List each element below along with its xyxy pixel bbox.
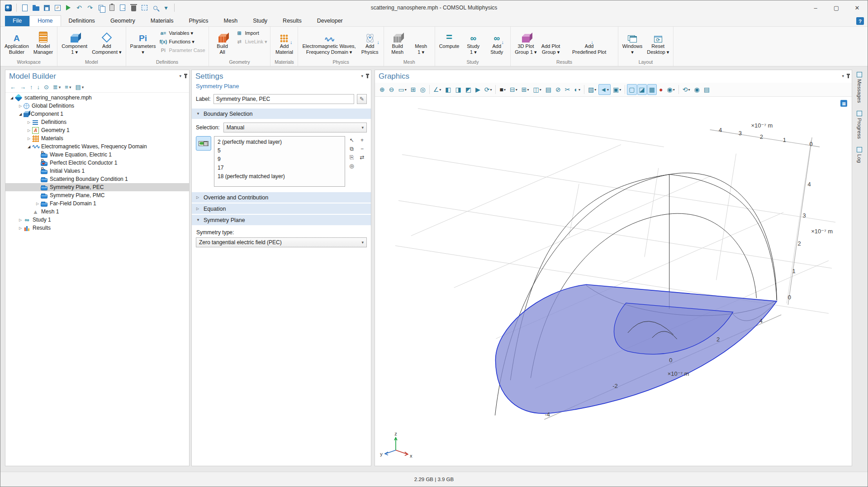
side-tab-log[interactable]: Log — [857, 147, 862, 163]
tree-expander-icon[interactable]: ▷ — [26, 120, 32, 124]
parameters-button[interactable]: PiParameters ▾ — [128, 28, 158, 56]
snapshot-icon[interactable]: ◉ — [692, 84, 701, 95]
split-window-icon[interactable]: ◫▾ — [531, 84, 543, 95]
open-file-icon[interactable] — [32, 4, 40, 12]
movie-icon[interactable]: ▶ — [474, 84, 482, 95]
livelink-button[interactable]: ⇄LiveLink ▾ — [236, 38, 267, 45]
swap-selection-icon[interactable]: ⇄ — [358, 154, 366, 161]
grid-toggle-icon[interactable]: ▦ — [647, 84, 657, 95]
add-physics-button[interactable]: Add Physics — [358, 28, 382, 56]
label-input[interactable]: Symmetry Plane, PEC — [213, 94, 354, 104]
tree-item-electromagnetic-waves-frequency-domain[interactable]: ◢∿∿Electromagnetic Waves, Frequency Doma… — [5, 142, 189, 151]
graphics-scene[interactable]: ▦ — [375, 97, 852, 466]
zoom-box-icon[interactable]: ▭▾ — [396, 84, 408, 95]
add-study-button[interactable]: ∞Add Study — [485, 28, 508, 56]
undo-icon[interactable]: ↶ — [75, 4, 83, 12]
view-faces-icon[interactable]: ◐▾ — [572, 84, 582, 95]
tree-expander-icon[interactable]: ▷ — [18, 104, 23, 108]
redo-icon[interactable]: ↷ — [86, 4, 94, 12]
expand-all-icon[interactable]: ≣▾ — [53, 84, 61, 90]
boundary-selection-list[interactable]: 2 (perfectly matched layer)591718 (perfe… — [214, 136, 345, 187]
maximize-button[interactable]: ▢ — [826, 0, 847, 15]
tree-expander-icon[interactable]: ▷ — [26, 137, 32, 141]
emw-button[interactable]: ∿∿Electromagnetic Waves, Frequency Domai… — [300, 28, 358, 56]
tree-item-mesh-1[interactable]: ▲Mesh 1 — [5, 208, 189, 216]
side-tab-progress[interactable]: Progress — [857, 111, 862, 139]
build-all-button[interactable]: Build All — [211, 28, 234, 56]
go-forward-icon[interactable]: → — [20, 84, 26, 90]
section-equation[interactable]: ▷ Equation — [192, 203, 371, 214]
rotate-icon[interactable]: ⟳▾ — [483, 84, 494, 95]
print-icon[interactable]: ▤ — [702, 84, 711, 95]
section-override[interactable]: ▷ Override and Contribution — [192, 192, 371, 203]
variables-button[interactable]: a=Variables ▾ — [159, 29, 205, 37]
zoom-to-selection-icon[interactable]: ◎ — [348, 162, 356, 170]
create-selection-icon[interactable]: ↖ — [348, 137, 356, 144]
save-as-icon[interactable] — [53, 4, 62, 12]
add-material-button[interactable]: Add Material — [272, 28, 296, 56]
copy-icon[interactable] — [97, 4, 105, 12]
tree-item-far-field-domain-1[interactable]: ▷Far-Field Domain 1 — [5, 199, 189, 208]
selection-list-item[interactable]: 17 — [214, 164, 345, 172]
minimize-button[interactable]: – — [805, 0, 826, 15]
delete-icon[interactable] — [129, 4, 138, 12]
app-logo-icon[interactable] — [4, 4, 12, 12]
build-mesh-button[interactable]: Build Mesh — [386, 28, 409, 56]
zoom-extents-icon[interactable]: ⊞ — [409, 84, 418, 95]
component-button[interactable]: Component 1 ▾ — [59, 28, 90, 56]
active-toggle-button[interactable] — [196, 136, 211, 151]
find-icon[interactable] — [151, 4, 159, 12]
hide-objects-icon[interactable]: ⊘ — [554, 84, 563, 95]
tab-study[interactable]: Study — [245, 16, 275, 26]
pin-icon[interactable] — [848, 74, 849, 78]
copy-selection-icon[interactable]: ⧉ — [348, 145, 356, 152]
panel-menu-icon[interactable]: ▾ — [361, 74, 363, 78]
new-file-icon[interactable] — [21, 4, 29, 12]
tree-item-initial-values-1[interactable]: Initial Values 1 — [5, 167, 189, 175]
highlight-icon[interactable]: ● — [657, 84, 664, 95]
tab-home[interactable]: Home — [29, 15, 61, 26]
help-button[interactable]: ? — [856, 17, 864, 25]
surface-toggle-icon[interactable]: ◪ — [637, 84, 647, 95]
wireframe-toggle-icon[interactable]: ▢ — [627, 84, 636, 95]
tree-item-symmetry-plane-pec[interactable]: Symmetry Plane, PEC — [5, 183, 189, 191]
symmetry-type-combo[interactable]: Zero tangential electric field (PEC) — [196, 237, 367, 247]
zoom-selected-icon[interactable]: ◎ — [418, 84, 427, 95]
tree-item-global-definitions[interactable]: ▷Global Definitions — [5, 102, 189, 110]
view-zx-icon[interactable]: ◩ — [464, 84, 473, 95]
mesh-button[interactable]: Mesh 1 ▾ — [409, 28, 433, 56]
zoom-out-icon[interactable]: ⊖ — [387, 84, 396, 95]
rename-button[interactable]: ✎ — [357, 94, 367, 104]
panel-menu-icon[interactable]: ▾ — [842, 74, 844, 78]
tree-expander-icon[interactable]: ▷ — [26, 128, 32, 132]
add-component-button[interactable]: Add Component ▾ — [90, 28, 123, 56]
side-tab-messages[interactable]: Messages — [857, 72, 862, 103]
tree-item-scattering-nanosphere-mph[interactable]: ◢scattering_nanosphere.mph — [5, 94, 189, 102]
selection-list-item[interactable]: 2 (perfectly matched layer) — [214, 138, 345, 147]
run-icon[interactable] — [64, 4, 72, 12]
view-yz-icon[interactable]: ◨ — [453, 84, 463, 95]
add-plot-group-button[interactable]: Add Plot Group ▾ — [539, 28, 563, 56]
move-down-icon[interactable]: ↓ — [37, 84, 40, 90]
go-to-view-icon[interactable]: ∠▾ — [432, 84, 443, 95]
tab-physics[interactable]: Physics — [181, 16, 216, 26]
tree-item-scattering-boundary-condition-1[interactable]: Scattering Boundary Condition 1 — [5, 175, 189, 183]
selection-list-item[interactable]: 18 (perfectly matched layer) — [214, 172, 345, 181]
add-to-selection-icon[interactable]: + — [358, 137, 366, 144]
section-symmetry-plane[interactable]: ▼ Symmetry Plane — [192, 215, 371, 225]
import-button[interactable]: ⊞Import — [236, 29, 267, 37]
model-manager-button[interactable]: Model Manager — [31, 28, 55, 56]
tab-file[interactable]: File — [5, 16, 29, 26]
tree-item-perfect-electric-conductor-1[interactable]: Perfect Electric Conductor 1 — [5, 159, 189, 167]
close-button[interactable]: ✕ — [847, 0, 868, 15]
show-icon[interactable]: ⊙ — [44, 84, 49, 90]
selection-list-item[interactable]: 5 — [214, 147, 345, 155]
collapse-all-icon[interactable]: ≡▾ — [65, 84, 71, 90]
go-back-icon[interactable]: ← — [10, 84, 16, 90]
tab-definitions[interactable]: Definitions — [61, 16, 103, 26]
node-text-icon[interactable]: ▤▾ — [75, 84, 84, 90]
panel-menu-icon[interactable]: ▾ — [179, 74, 181, 78]
windows-button[interactable]: Windows ▾ — [620, 28, 645, 56]
tree-expander-icon[interactable]: ◢ — [26, 145, 32, 149]
parameter-case-button[interactable]: PiParameter Case — [159, 47, 205, 54]
